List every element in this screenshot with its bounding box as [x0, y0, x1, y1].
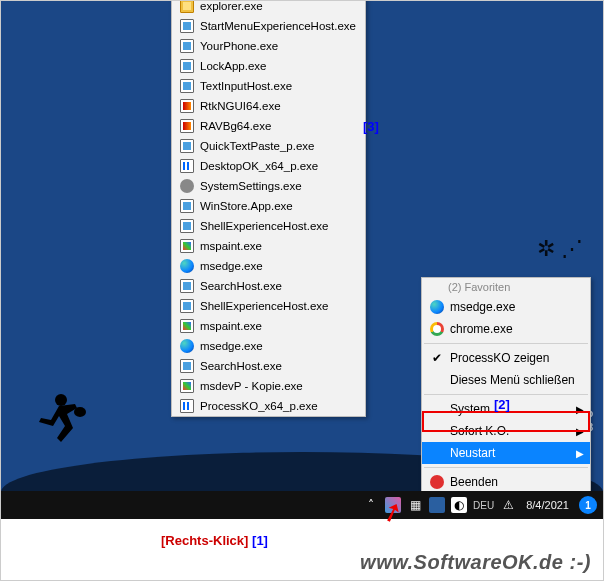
menu-item-instant-ko[interactable]: Sofort K.O. ▶	[422, 420, 590, 442]
favorites-header: (2) Favoriten	[422, 278, 590, 296]
tray-defender-icon[interactable]	[429, 497, 445, 513]
process-name: DesktopOK_x64_p.exe	[200, 160, 318, 172]
screenshot-stage: ✲ ⋰ 1 Pro -1628 explorer.exeStartMenuExp…	[0, 0, 604, 581]
menu-label: Sofort K.O.	[450, 424, 509, 438]
process-menu-item[interactable]: ShellExperienceHost.exe	[172, 296, 365, 316]
speaker-icon	[178, 118, 196, 134]
process-menu-item[interactable]: YourPhone.exe	[172, 36, 365, 56]
menu-label: Beenden	[450, 475, 498, 489]
speaker-icon	[178, 98, 196, 114]
menu-item-close-menu[interactable]: Dieses Menü schließen	[422, 369, 590, 391]
process-menu-item[interactable]: mspaint.exe	[172, 316, 365, 336]
process-menu-item[interactable]: RAVBg64.exe	[172, 116, 365, 136]
app-icon	[178, 298, 196, 314]
tray-date[interactable]: 8/4/2021	[526, 499, 569, 511]
edge-icon	[428, 299, 446, 315]
process-name: YourPhone.exe	[200, 40, 278, 52]
annotation-label-2: [2]	[494, 397, 510, 412]
process-name: mspaint.exe	[200, 320, 262, 332]
process-name: ShellExperienceHost.exe	[200, 300, 329, 312]
process-menu-item[interactable]: LockApp.exe	[172, 56, 365, 76]
svg-point-0	[55, 394, 67, 406]
process-name: LockApp.exe	[200, 60, 267, 72]
tray-notification-badge[interactable]: 1	[579, 496, 597, 514]
process-name: mspaint.exe	[200, 240, 262, 252]
process-name: ShellExperienceHost.exe	[200, 220, 329, 232]
process-name: msedge.exe	[200, 260, 263, 272]
menu-separator	[424, 394, 588, 395]
footer-strip: ➚ [Rechts-Klick] [1] www.SoftwareOK.de :…	[1, 519, 603, 580]
menu-separator	[424, 467, 588, 468]
submenu-arrow-icon: ▶	[576, 404, 584, 415]
tray-app-icon[interactable]: ▦	[407, 497, 423, 513]
tray-assist-icon[interactable]: ◐	[451, 497, 467, 513]
process-menu-item[interactable]: QuickTextPaste_p.exe	[172, 136, 365, 156]
favorite-name: msedge.exe	[450, 300, 515, 314]
menu-item-show-processko[interactable]: ✔ ProcessKO zeigen	[422, 347, 590, 369]
process-name: explorer.exe	[200, 0, 263, 12]
menu-label: Dieses Menü schließen	[450, 373, 575, 387]
app-icon	[178, 18, 196, 34]
process-menu-item[interactable]: msedge.exe	[172, 336, 365, 356]
submenu-arrow-icon: ▶	[576, 448, 584, 459]
favorite-item[interactable]: chrome.exe	[422, 318, 590, 340]
power-icon	[430, 475, 444, 489]
favorite-item[interactable]: msedge.exe	[422, 296, 590, 318]
app-icon	[178, 38, 196, 54]
process-name: msdevP - Kopie.exe	[200, 380, 303, 392]
check-icon: ✔	[430, 351, 444, 365]
chrome-icon	[428, 321, 446, 337]
annotation-label-1: [Rechts-Klick] [1]	[161, 533, 268, 548]
svg-point-1	[74, 407, 86, 417]
favorite-name: chrome.exe	[450, 322, 513, 336]
process-menu-item[interactable]: SearchHost.exe	[172, 356, 365, 376]
gear-icon	[178, 178, 196, 194]
submenu-arrow-icon: ▶	[576, 426, 584, 437]
process-name: RtkNGUI64.exe	[200, 100, 281, 112]
process-menu-item[interactable]: msedge.exe	[172, 256, 365, 276]
process-name: ProcessKO_x64_p.exe	[200, 400, 318, 412]
edge-icon	[178, 258, 196, 274]
process-menu-item[interactable]: mspaint.exe	[172, 236, 365, 256]
paint-icon	[178, 378, 196, 394]
process-menu-item[interactable]: msdevP - Kopie.exe	[172, 376, 365, 396]
process-menu-item[interactable]: WinStore.App.exe	[172, 196, 365, 216]
process-menu-item[interactable]: TextInputHost.exe	[172, 76, 365, 96]
process-menu-item[interactable]: ProcessKO_x64_p.exe	[172, 396, 365, 416]
process-menu-item[interactable]: DesktopOK_x64_p.exe	[172, 156, 365, 176]
menu-item-quit[interactable]: Beenden	[422, 471, 590, 493]
app-icon	[178, 198, 196, 214]
process-menu-item[interactable]: RtkNGUI64.exe	[172, 96, 365, 116]
edge-icon	[178, 338, 196, 354]
runner-silhouette-icon	[31, 390, 101, 460]
grid-icon	[178, 398, 196, 414]
menu-item-restart[interactable]: Neustart ▶	[422, 442, 590, 464]
app-icon	[178, 278, 196, 294]
menu-label: System	[450, 402, 490, 416]
process-name: StartMenuExperienceHost.exe	[200, 20, 356, 32]
process-menu-item[interactable]: SearchHost.exe	[172, 276, 365, 296]
menu-label: ProcessKO zeigen	[450, 351, 549, 365]
process-name: SystemSettings.exe	[200, 180, 302, 192]
tray-context-menu[interactable]: (2) Favoriten msedge.exechrome.exe ✔ Pro…	[421, 277, 591, 494]
menu-separator	[424, 343, 588, 344]
folder-icon	[178, 0, 196, 14]
process-name: QuickTextPaste_p.exe	[200, 140, 314, 152]
process-menu-item[interactable]: ShellExperienceHost.exe	[172, 216, 365, 236]
process-name: msedge.exe	[200, 340, 263, 352]
process-name: SearchHost.exe	[200, 280, 282, 292]
process-name: TextInputHost.exe	[200, 80, 292, 92]
app-icon	[178, 218, 196, 234]
paint-icon	[178, 238, 196, 254]
process-menu-item[interactable]: SystemSettings.exe	[172, 176, 365, 196]
taskbar[interactable]: ˄ ▦ ◐ DEU ⚠ 8/4/2021 1	[1, 491, 603, 519]
tray-network-icon[interactable]: ⚠	[500, 497, 516, 513]
app-icon	[178, 358, 196, 374]
app-icon	[178, 138, 196, 154]
tray-language[interactable]: DEU	[473, 497, 494, 513]
app-icon	[178, 78, 196, 94]
process-name: RAVBg64.exe	[200, 120, 271, 132]
process-menu-item[interactable]: explorer.exe	[172, 0, 365, 16]
process-menu-item[interactable]: StartMenuExperienceHost.exe	[172, 16, 365, 36]
process-list-menu[interactable]: explorer.exeStartMenuExperienceHost.exeY…	[171, 0, 366, 417]
